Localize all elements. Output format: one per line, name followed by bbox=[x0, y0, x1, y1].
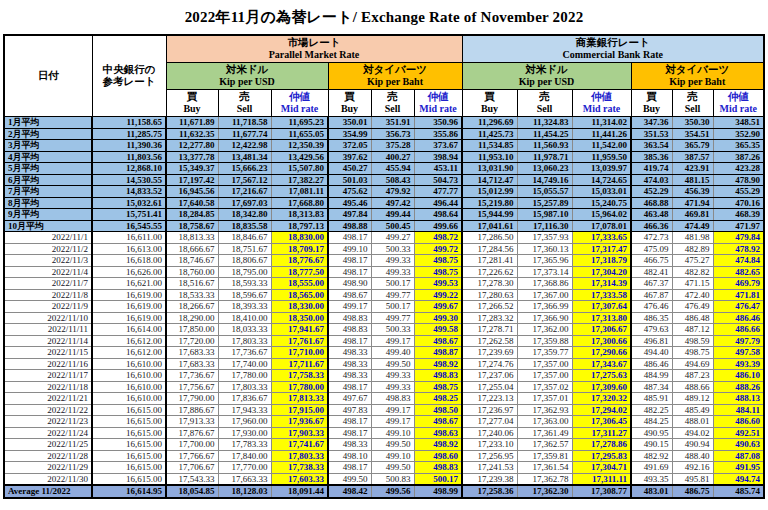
rate-cell: 18,290.00 bbox=[166, 312, 218, 324]
mid-rate-cell: 17,308.77 bbox=[572, 485, 631, 498]
rate-cell: 17,803.33 bbox=[218, 381, 271, 393]
rate-cell: 16,611.00 bbox=[92, 232, 166, 244]
rate-cell: 17,278.71 bbox=[462, 324, 517, 336]
rate-cell: 16,615.00 bbox=[92, 450, 166, 462]
rate-cell: 475.27 bbox=[672, 255, 713, 267]
mid-rate-cell: 498.60 bbox=[414, 450, 462, 462]
mid-rate-cell: 18,776.67 bbox=[271, 255, 328, 267]
mid-rate-cell: 498.87 bbox=[414, 347, 462, 359]
rate-cell: 498.75 bbox=[672, 347, 713, 359]
date-cell: 2022/11/23 bbox=[4, 416, 92, 428]
rate-cell: 497.83 bbox=[328, 404, 371, 416]
date-cell: 4月平均 bbox=[4, 151, 92, 163]
rate-cell: 17,766.67 bbox=[166, 450, 218, 462]
monthly-average-row: 7月平均14,833.5216,945.5617,216.6717,081.11… bbox=[4, 186, 764, 198]
page-title: 2022年11月の為替レート/ Exchange Rate of Novembe… bbox=[0, 0, 768, 27]
rate-cell: 16,621.00 bbox=[92, 278, 166, 290]
daily-rate-row: 2022/11/2116,610.0017,790.0017,836.6717,… bbox=[4, 393, 764, 405]
mid-rate-cell: 18,565.00 bbox=[271, 289, 328, 301]
mid-rate-cell: 17,758.33 bbox=[271, 370, 328, 382]
rate-cell: 18,751.67 bbox=[218, 243, 271, 255]
rate-cell: 17,365.96 bbox=[517, 255, 572, 267]
mid-rate-cell: 17,313.80 bbox=[572, 312, 631, 324]
rate-cell: 486.48 bbox=[672, 312, 713, 324]
monthly-average-row: 9月平均15,751.4118,284.8518,342.8018,313.83… bbox=[4, 209, 764, 221]
mid-rate-cell: 348.51 bbox=[713, 117, 764, 129]
rate-cell: 18,054.85 bbox=[166, 485, 218, 498]
rate-cell: 17,286.50 bbox=[462, 232, 517, 244]
monthly-average-row: 1月平均11,158.6511,671.8911,718.5811,695.23… bbox=[4, 117, 764, 129]
mid-rate-cell: 471.97 bbox=[713, 220, 764, 232]
mid-rate-cell: 17,738.33 bbox=[271, 462, 328, 474]
mid-rate-cell: 18,830.00 bbox=[271, 232, 328, 244]
rate-cell: 18,516.67 bbox=[166, 278, 218, 290]
rate-cell: 17,362.00 bbox=[517, 324, 572, 336]
mid-rate-cell: 11,314.02 bbox=[572, 117, 631, 129]
rate-cell: 499.17 bbox=[328, 301, 371, 313]
header-buy: 買Buy bbox=[328, 90, 371, 117]
mid-rate-cell: 498.64 bbox=[414, 209, 462, 221]
rate-cell: 11,425.73 bbox=[462, 128, 517, 140]
mid-rate-cell: 18,350.00 bbox=[271, 312, 328, 324]
header-parallel-kip-per-baht: 対タイバーツ Kip per Baht bbox=[328, 63, 462, 90]
rate-cell: 497.42 bbox=[371, 197, 414, 209]
rate-cell: 17,803.33 bbox=[218, 335, 271, 347]
rate-cell: 16,610.00 bbox=[92, 358, 166, 370]
rate-cell: 16,615.00 bbox=[92, 439, 166, 451]
header-mid-rate: 仲値Mid rate bbox=[271, 90, 328, 117]
rate-cell: 487.34 bbox=[631, 381, 672, 393]
mid-rate-cell: 14,724.65 bbox=[572, 174, 631, 186]
rate-cell: 499.50 bbox=[371, 358, 414, 370]
header-commercial-kip-per-baht: 対タイバーツ Kip per Baht bbox=[631, 63, 764, 90]
rate-cell: 468.88 bbox=[631, 197, 672, 209]
rate-cell: 12,422.98 bbox=[218, 140, 271, 152]
rate-cell: 18,746.67 bbox=[166, 255, 218, 267]
date-cell: 2022/11/25 bbox=[4, 439, 92, 451]
rate-cell: 18,593.33 bbox=[218, 278, 271, 290]
rate-cell: 17,366.90 bbox=[517, 312, 572, 324]
mid-rate-cell: 17,318.79 bbox=[572, 255, 631, 267]
mid-rate-cell: 484.11 bbox=[713, 404, 764, 416]
rate-cell: 499.10 bbox=[371, 450, 414, 462]
date-cell: 2022/11/1 bbox=[4, 232, 92, 244]
rate-cell: 16,610.00 bbox=[92, 393, 166, 405]
rate-cell: 16,545.55 bbox=[92, 220, 166, 232]
rate-cell: 483.01 bbox=[631, 485, 672, 498]
mid-rate-cell: 17,761.67 bbox=[271, 335, 328, 347]
mid-rate-cell: 15,033.01 bbox=[572, 186, 631, 198]
rate-cell: 456.39 bbox=[672, 186, 713, 198]
rate-cell: 17,663.33 bbox=[218, 473, 271, 485]
rate-cell: 18,342.80 bbox=[218, 209, 271, 221]
mid-rate-cell: 17,275.63 bbox=[572, 370, 631, 382]
rate-cell: 18,813.33 bbox=[166, 232, 218, 244]
date-cell: 2022/11/10 bbox=[4, 312, 92, 324]
mid-rate-cell: 497.58 bbox=[713, 347, 764, 359]
mid-rate-cell: 499.72 bbox=[414, 243, 462, 255]
rate-cell: 493.35 bbox=[631, 473, 672, 485]
rate-cell: 497.67 bbox=[328, 393, 371, 405]
rate-cell: 16,615.00 bbox=[92, 416, 166, 428]
date-cell: 2022/11/14 bbox=[4, 335, 92, 347]
rate-cell: 372.05 bbox=[328, 140, 371, 152]
rate-cell: 17,697.03 bbox=[218, 197, 271, 209]
rate-cell: 474.03 bbox=[631, 174, 672, 186]
rate-cell: 17,357.01 bbox=[517, 393, 572, 405]
monthly-average-row: 10月平均16,545.5518,758.6718,835.5818,797.1… bbox=[4, 220, 764, 232]
rate-cell: 15,987.10 bbox=[517, 209, 572, 221]
rate-cell: 13,031.90 bbox=[462, 163, 517, 175]
rate-cell: 350.30 bbox=[672, 117, 713, 129]
rate-cell: 17,362.93 bbox=[517, 404, 572, 416]
rate-cell: 15,751.41 bbox=[92, 209, 166, 221]
mid-rate-cell: 504.73 bbox=[414, 174, 462, 186]
daily-rate-row: 2022/11/1616,610.0017,683.3317,740.0017,… bbox=[4, 358, 764, 370]
mid-rate-cell: 499.22 bbox=[414, 289, 462, 301]
date-cell: 2022/11/30 bbox=[4, 473, 92, 485]
rate-cell: 11,324.83 bbox=[517, 117, 572, 129]
monthly-average-row: 6月平均14,530.5517,197.4217,567.1217,382.27… bbox=[4, 174, 764, 186]
monthly-average-row: 5月平均12,868.1015,349.3715,666.2315,507.80… bbox=[4, 163, 764, 175]
rate-cell: 494.69 bbox=[672, 358, 713, 370]
rate-cell: 17,359.77 bbox=[517, 347, 572, 359]
daily-rate-row: 2022/11/916,619.0018,266.6718,393.3318,3… bbox=[4, 301, 764, 313]
rate-cell: 500.33 bbox=[371, 324, 414, 336]
rate-cell: 17,362.30 bbox=[517, 485, 572, 498]
